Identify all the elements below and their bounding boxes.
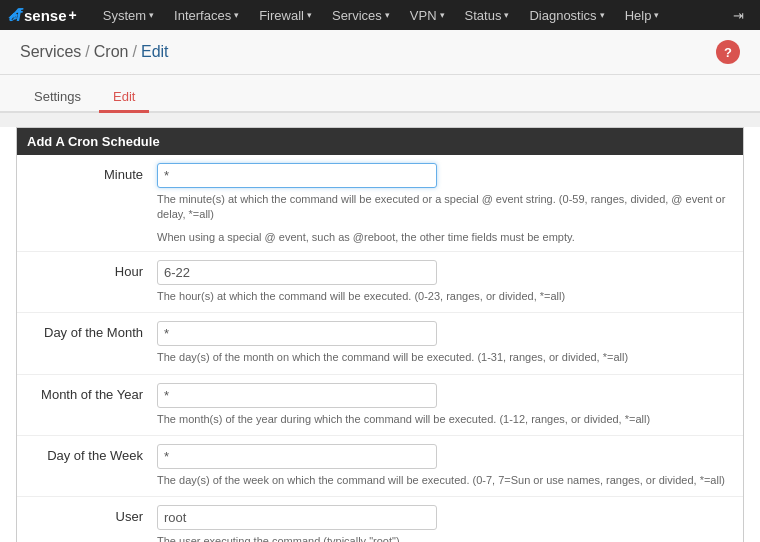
nav-diagnostics-label: Diagnostics	[529, 8, 596, 23]
form-row-dayofmonth: Day of the Month The day(s) of the month…	[17, 313, 743, 374]
nav-interfaces[interactable]: Interfaces ▾	[164, 0, 249, 30]
breadcrumb-sep1: /	[85, 43, 89, 61]
help-minute: The minute(s) at which the command will …	[157, 192, 733, 223]
nav-diagnostics-caret: ▾	[600, 10, 605, 20]
brand-pf: 𝒷f	[8, 5, 22, 26]
section-header: Add A Cron Schedule	[17, 128, 743, 155]
field-dayofmonth: The day(s) of the month on which the com…	[157, 321, 733, 365]
input-dayofweek[interactable]	[157, 444, 437, 469]
nav-diagnostics[interactable]: Diagnostics ▾	[519, 0, 614, 30]
breadcrumb-sep2: /	[133, 43, 137, 61]
help-dayofweek: The day(s) of the week on which the comm…	[157, 473, 733, 488]
input-minute[interactable]	[157, 163, 437, 188]
nav-services-caret: ▾	[385, 10, 390, 20]
nav-vpn-label: VPN	[410, 8, 437, 23]
nav-help-label: Help	[625, 8, 652, 23]
form-section: Add A Cron Schedule Minute The minute(s)…	[16, 127, 744, 542]
field-minute: The minute(s) at which the command will …	[157, 163, 733, 243]
nav-firewall[interactable]: Firewall ▾	[249, 0, 322, 30]
brand-logo: 𝒷f sense +	[8, 5, 77, 26]
nav-help[interactable]: Help ▾	[615, 0, 670, 30]
input-monthofyear[interactable]	[157, 383, 437, 408]
help-user: The user executing the command (typicall…	[157, 534, 733, 542]
form-row-user: User The user executing the command (typ…	[17, 497, 743, 542]
input-user[interactable]	[157, 505, 437, 530]
nav-system-label: System	[103, 8, 146, 23]
nav-vpn[interactable]: VPN ▾	[400, 0, 455, 30]
form-row-dayofweek: Day of the Week The day(s) of the week o…	[17, 436, 743, 497]
label-dayofweek: Day of the Week	[27, 444, 157, 463]
nav-system-caret: ▾	[149, 10, 154, 20]
breadcrumb-current: Edit	[141, 43, 169, 61]
nav-status-label: Status	[465, 8, 502, 23]
nav-logout-icon[interactable]: ⇥	[725, 8, 752, 23]
form-row-minute: Minute The minute(s) at which the comman…	[17, 155, 743, 252]
brand-sense: sense	[24, 7, 67, 24]
input-hour[interactable]	[157, 260, 437, 285]
label-monthofyear: Month of the Year	[27, 383, 157, 402]
tab-settings[interactable]: Settings	[20, 83, 95, 113]
nav-status[interactable]: Status ▾	[455, 0, 520, 30]
breadcrumb: Services / Cron / Edit	[20, 43, 169, 61]
nav-items: System ▾ Interfaces ▾ Firewall ▾ Service…	[93, 0, 725, 30]
nav-help-caret: ▾	[654, 10, 659, 20]
nav-interfaces-label: Interfaces	[174, 8, 231, 23]
field-hour: The hour(s) at which the command will be…	[157, 260, 733, 304]
nav-status-caret: ▾	[504, 10, 509, 20]
help-minute-note: When using a special @ event, such as @r…	[157, 231, 733, 243]
label-user: User	[27, 505, 157, 524]
help-button[interactable]: ?	[716, 40, 740, 64]
brand-plus: +	[69, 7, 77, 23]
help-hour: The hour(s) at which the command will be…	[157, 289, 733, 304]
help-monthofyear: The month(s) of the year during which th…	[157, 412, 733, 427]
label-minute: Minute	[27, 163, 157, 182]
nav-firewall-caret: ▾	[307, 10, 312, 20]
form-row-hour: Hour The hour(s) at which the command wi…	[17, 252, 743, 313]
field-monthofyear: The month(s) of the year during which th…	[157, 383, 733, 427]
label-dayofmonth: Day of the Month	[27, 321, 157, 340]
tab-edit[interactable]: Edit	[99, 83, 149, 113]
nav-interfaces-caret: ▾	[234, 10, 239, 20]
field-user: The user executing the command (typicall…	[157, 505, 733, 542]
nav-firewall-label: Firewall	[259, 8, 304, 23]
breadcrumb-services: Services	[20, 43, 81, 61]
nav-system[interactable]: System ▾	[93, 0, 164, 30]
help-dayofmonth: The day(s) of the month on which the com…	[157, 350, 733, 365]
field-dayofweek: The day(s) of the week on which the comm…	[157, 444, 733, 488]
form-row-monthofyear: Month of the Year The month(s) of the ye…	[17, 375, 743, 436]
nav-services[interactable]: Services ▾	[322, 0, 400, 30]
nav-services-label: Services	[332, 8, 382, 23]
breadcrumb-bar: Services / Cron / Edit ?	[0, 30, 760, 75]
main-content: Add A Cron Schedule Minute The minute(s)…	[0, 127, 760, 542]
tabs-bar: Settings Edit	[0, 75, 760, 113]
nav-vpn-caret: ▾	[440, 10, 445, 20]
navbar: 𝒷f sense + System ▾ Interfaces ▾ Firewal…	[0, 0, 760, 30]
label-hour: Hour	[27, 260, 157, 279]
input-dayofmonth[interactable]	[157, 321, 437, 346]
breadcrumb-cron: Cron	[94, 43, 129, 61]
